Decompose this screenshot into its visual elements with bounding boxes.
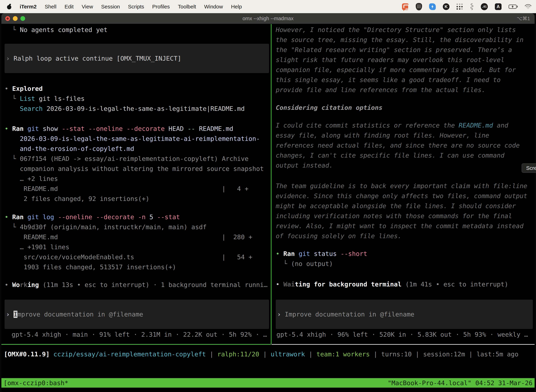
bolt-glyph xyxy=(431,5,434,9)
left-working-status: • Working (11m 13s • esc to interrupt) ·… xyxy=(5,280,271,290)
terminal-line: I could cite commit statistics or refere… xyxy=(276,120,535,130)
terminal-line: essay file, along with finding root file… xyxy=(276,130,535,140)
terminal-line: including verification notes with those … xyxy=(276,211,535,221)
left-prompt-line[interactable]: › Improve documentation in @filename xyxy=(6,309,143,319)
window-title: omx --xhigh --madmax xyxy=(1,13,535,24)
shield-grid-icon[interactable] xyxy=(416,3,422,10)
terminal-line: this single essay, it seems like a good … xyxy=(276,75,535,85)
dots-grid-icon[interactable] xyxy=(456,4,463,10)
terminal-line: … +2 lines xyxy=(5,174,271,184)
ralph-loop-line: › Ralph loop active continue [OMX_TMUX_I… xyxy=(6,53,181,63)
left-session-stats: gpt-5.4 xhigh · main · 91% left · 2.31M … xyxy=(5,330,271,340)
k-circle-icon[interactable]: K xyxy=(443,3,450,10)
tmux-session-label: [omx-cczip0:bash* xyxy=(4,379,68,387)
keyboard-layout-icon[interactable]: A xyxy=(495,3,502,10)
terminal-line: … +1901 lines xyxy=(5,242,271,252)
terminal-line: 2 files changed, 92 insertions(+) xyxy=(5,194,271,204)
menu-item-toolbelt[interactable]: Toolbelt xyxy=(178,4,196,10)
left-log-bottom: • Ran git log --oneline --decorate -n 5 … xyxy=(5,212,271,272)
terminal-line: companion analysis without altering the … xyxy=(5,164,271,174)
terminal-line: The team guideline is to back every impo… xyxy=(276,181,535,191)
terminal-line: references need actual files, and since … xyxy=(276,140,535,150)
iterm-window: omx --xhigh --madmax ⌥⌘1 └ No agents com… xyxy=(1,13,535,392)
right-git-status-cmd: • Ran git status --short └ (no output) xyxy=(276,249,535,269)
left-prompt-input[interactable]: › Improve documentation in @filename xyxy=(5,300,269,329)
terminal-line: the "Related research writing" section i… xyxy=(276,45,535,55)
terminal-line: Search 2026-03-09-is-legal-the-same-as-l… xyxy=(5,104,271,114)
terminal-line: However, I noticed the "Directory Struct… xyxy=(276,25,535,35)
menu-item-profiles[interactable]: Profiles xyxy=(152,4,170,10)
menu-item-window[interactable]: Window xyxy=(204,4,223,10)
terminal-line: src/voice/voiceModeEnabled.ts | 54 + xyxy=(5,252,271,262)
terminal-line: 1903 files changed, 513517 insertions(+) xyxy=(5,262,271,272)
menu-item-help[interactable]: Help xyxy=(231,4,242,10)
window-shortcut-badge: ⌥⌘1 xyxy=(517,13,530,24)
terminal-line: Considering citation options xyxy=(276,103,535,112)
battery-percent-badge-icon[interactable]: ..61 xyxy=(481,3,488,10)
left-log-top: • Explored └ List git ls-files Search 20… xyxy=(5,84,271,204)
left-pane-bottom-border xyxy=(1,344,271,345)
omx-status-line: [OMX#0.11.9] cczip/essay/ai-reimplementa… xyxy=(4,349,518,359)
battery-icon[interactable] xyxy=(509,5,518,9)
titlebar[interactable]: omx --xhigh --madmax ⌥⌘1 xyxy=(1,13,535,24)
terminal-line: changes, I can't cite specific file line… xyxy=(276,150,535,160)
terminal-line: • Working (11m 13s • esc to interrupt) ·… xyxy=(5,280,271,290)
terminal-line: • Ran git status --short xyxy=(276,249,535,259)
terminal-line: slight risk that future readers may over… xyxy=(276,55,535,65)
terminal-line: evidence. Since this change only affects… xyxy=(276,191,535,201)
terminal-line: companion file, especially if more comme… xyxy=(276,65,535,75)
ralph-loop-box: › Ralph loop active continue [OMX_TMUX_I… xyxy=(5,44,269,73)
terminal-line xyxy=(5,114,271,124)
screen-sharing-button[interactable]: Scre xyxy=(522,163,536,173)
right-reasoning-para3: The team guideline is to back every impo… xyxy=(276,181,535,241)
apple-body xyxy=(7,5,11,9)
terminal-line: README.md | 280 + xyxy=(5,232,271,242)
right-prompt-line[interactable]: › Improve documentation in @filename xyxy=(277,309,414,319)
terminal-line: of focusing solely on file lines. xyxy=(276,231,535,241)
right-session-stats: gpt-5.4 xhigh · 96% left · 520K in · 5.8… xyxy=(276,330,535,340)
terminal-line: review. Also, I might want to inspect th… xyxy=(276,221,535,231)
chat-app-icon[interactable] xyxy=(402,3,409,10)
menu-item-shell[interactable]: Shell xyxy=(45,4,57,10)
menu-item-edit[interactable]: Edit xyxy=(65,4,74,10)
terminal-line: • Waiting for background terminal (1m 41… xyxy=(276,279,535,289)
terminal-line: └ No agents completed yet xyxy=(5,25,271,35)
terminal-line: └ 4b9d30f (origin/main, instructkr/main,… xyxy=(5,222,271,232)
terminal-line: 2026-03-09-is-legal-the-same-as-legitima… xyxy=(5,134,271,144)
terminal-line: and-the-erosion-of-copyleft.md xyxy=(5,144,271,154)
menu-item-session[interactable]: Session xyxy=(101,4,120,10)
terminal-line: • Ran git log --oneline --decorate -n 5 … xyxy=(5,212,271,222)
terminal-line: README.md | 4 + xyxy=(5,184,271,194)
tmux-host-clock: "MacBook-Pro-44.local" 04:52 31-Mar-26 xyxy=(388,379,532,387)
apple-menu-icon[interactable] xyxy=(7,4,12,9)
terminal-line: output instead. xyxy=(276,160,535,170)
right-reasoning-para2: I could cite commit statistics or refere… xyxy=(276,120,535,170)
right-prompt-input[interactable]: › Improve documentation in @filename xyxy=(276,300,533,329)
terminal-line: └ (no output) xyxy=(276,259,535,269)
terminal-line: might be acceptable alongside the file l… xyxy=(276,201,535,211)
blue-bolt-icon[interactable] xyxy=(429,3,436,10)
squiggle-icon[interactable] xyxy=(470,3,474,10)
right-reasoning-heading: Considering citation options xyxy=(276,103,535,112)
macos-menu-bar: iTerm2ShellEditViewSessionScriptsProfile… xyxy=(0,0,536,13)
terminal-line: provide file and line references from th… xyxy=(276,85,535,95)
wifi-icon[interactable] xyxy=(525,4,531,9)
left-pane[interactable]: └ No agents completed yet › Ralph loop a… xyxy=(1,24,271,340)
menu-item-view[interactable]: View xyxy=(82,4,93,10)
right-reasoning-para1: However, I noticed the "Directory Struct… xyxy=(276,25,535,95)
menu-item-scripts[interactable]: Scripts xyxy=(128,4,144,10)
menu-items: iTerm2ShellEditViewSessionScriptsProfile… xyxy=(20,4,242,10)
terminal[interactable]: └ No agents completed yet › Ralph loop a… xyxy=(1,24,535,392)
pane-divider[interactable] xyxy=(271,24,272,344)
charging-bolt xyxy=(511,5,514,8)
right-pane[interactable]: However, I noticed the "Directory Struct… xyxy=(273,24,535,340)
terminal-line: the source tree, missing the essay. Stil… xyxy=(276,35,535,45)
terminal-line: • Explored xyxy=(5,84,271,93)
tmux-status-bar: [omx-cczip0:bash* "MacBook-Pro-44.local"… xyxy=(1,378,535,387)
menu-item-iterm2[interactable]: iTerm2 xyxy=(20,4,37,10)
terminal-line: └ List git ls-files xyxy=(5,93,271,104)
terminal-line: • Ran git show --stat --oneline --decora… xyxy=(5,124,271,134)
menu-status-icons: K ..61 A xyxy=(402,3,536,10)
right-pane-bottom-border xyxy=(272,344,535,345)
right-waiting-status: • Waiting for background terminal (1m 41… xyxy=(276,279,535,289)
